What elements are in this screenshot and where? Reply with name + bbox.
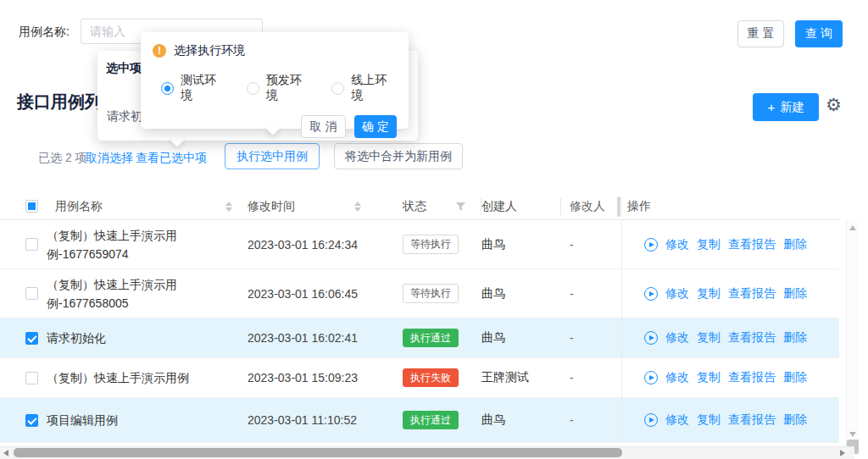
horizontal-scrollbar-thumb[interactable] bbox=[14, 448, 622, 457]
status-badge: 等待执行 bbox=[403, 284, 459, 302]
execute-selected-button[interactable]: 执行选中用例 bbox=[225, 143, 320, 169]
edit-link[interactable]: 修改 bbox=[665, 412, 689, 428]
sort-icon[interactable] bbox=[354, 202, 361, 212]
vertical-scrollbar[interactable] bbox=[846, 220, 859, 445]
case-name: 请求初始化 bbox=[47, 329, 196, 347]
column-divider bbox=[617, 196, 620, 217]
radio-label: 线上环境 bbox=[351, 73, 397, 103]
run-icon[interactable] bbox=[644, 331, 658, 345]
delete-link[interactable]: 删除 bbox=[783, 286, 807, 301]
selected-count: 已选 2 项 bbox=[38, 151, 87, 166]
delete-link[interactable]: 删除 bbox=[783, 330, 807, 346]
modified-time: 2023-03-01 16:02:41 bbox=[246, 318, 398, 357]
modifier: - bbox=[561, 358, 621, 397]
edit-link[interactable]: 修改 bbox=[665, 237, 689, 252]
delete-link[interactable]: 删除 bbox=[783, 412, 807, 428]
radio-selected-icon[interactable] bbox=[161, 82, 174, 95]
radio-label: 测试环境 bbox=[181, 73, 226, 103]
case-name: （复制）快速上手演示用例-1677658005 bbox=[47, 275, 196, 312]
run-icon[interactable] bbox=[644, 238, 658, 252]
api-case-page: 用例名称: 重 置 查 询 接口用例列 + 新建 ⚙ 已选 2 项 取消选择 查… bbox=[0, 0, 868, 459]
status-badge: 执行通过 bbox=[403, 329, 459, 347]
view-report-link[interactable]: 查看报告 bbox=[728, 237, 776, 252]
row-checkbox[interactable] bbox=[25, 238, 38, 251]
status-badge: 等待执行 bbox=[403, 235, 459, 253]
run-icon[interactable] bbox=[644, 371, 658, 384]
radio-staging-env[interactable]: 预发环境 bbox=[247, 73, 312, 103]
copy-link[interactable]: 复制 bbox=[697, 370, 721, 385]
row-checkbox[interactable] bbox=[25, 414, 38, 427]
edit-link[interactable]: 修改 bbox=[665, 286, 689, 301]
merge-selected-button[interactable]: 将选中合并为新用例 bbox=[334, 143, 463, 169]
row-checkbox[interactable] bbox=[25, 287, 38, 300]
status-badge: 执行失败 bbox=[403, 368, 459, 387]
view-report-link[interactable]: 查看报告 bbox=[728, 286, 776, 301]
header-actions: 操作 bbox=[621, 198, 839, 215]
table-row[interactable]: 项目编辑用例 2023-03-01 11:10:52 执行通过 曲鸟 - 修改 … bbox=[0, 398, 839, 443]
creator: 王牌测试 bbox=[481, 358, 561, 397]
status-badge: 执行通过 bbox=[403, 411, 459, 429]
new-button-label: 新建 bbox=[780, 100, 804, 115]
selected-popover-title: 选中项 bbox=[106, 61, 142, 76]
edit-link[interactable]: 修改 bbox=[665, 330, 689, 346]
run-icon[interactable] bbox=[644, 287, 658, 301]
sort-icon[interactable] bbox=[225, 202, 232, 212]
page-title: 接口用例列 bbox=[17, 91, 102, 113]
copy-link[interactable]: 复制 bbox=[697, 237, 721, 252]
radio-prod-env[interactable]: 线上环境 bbox=[331, 73, 397, 103]
scroll-up-icon[interactable] bbox=[849, 225, 856, 230]
radio-test-env[interactable]: 测试环境 bbox=[161, 73, 226, 103]
modifier: - bbox=[561, 398, 621, 442]
copy-link[interactable]: 复制 bbox=[697, 286, 721, 301]
modified-time: 2023-03-01 16:06:45 bbox=[246, 269, 398, 318]
row-checkbox[interactable] bbox=[25, 372, 38, 384]
run-icon[interactable] bbox=[644, 413, 658, 427]
table-row[interactable]: 请求初始化 2023-03-01 16:02:41 执行通过 曲鸟 - 修改 复… bbox=[0, 318, 839, 358]
copy-link[interactable]: 复制 bbox=[697, 330, 721, 346]
scroll-left-icon[interactable] bbox=[3, 450, 8, 456]
case-name: （复制）快速上手演示用例 bbox=[47, 368, 196, 387]
case-name: 项目编辑用例 bbox=[47, 411, 196, 429]
radio-label: 预发环境 bbox=[266, 73, 312, 103]
modified-time: 2023-03-01 11:10:52 bbox=[246, 398, 398, 442]
deselect-link[interactable]: 取消选择 bbox=[86, 151, 133, 166]
radio-icon[interactable] bbox=[247, 82, 259, 95]
modifier: - bbox=[561, 318, 621, 357]
creator: 曲鸟 bbox=[481, 220, 561, 268]
select-all-checkbox[interactable] bbox=[25, 200, 38, 213]
view-report-link[interactable]: 查看报告 bbox=[728, 412, 776, 428]
case-table: 用例名称 修改时间 状态 创建人 修改人 操作 （复制）快速上手演示用例-167… bbox=[0, 193, 839, 443]
header-modifier: 修改人 bbox=[570, 199, 605, 214]
table-row[interactable]: （复制）快速上手演示用例-1677659074 2023-03-01 16:24… bbox=[0, 220, 839, 269]
search-button[interactable]: 查 询 bbox=[795, 20, 843, 47]
env-popover-title: 选择执行环境 bbox=[174, 43, 245, 58]
filter-funnel-icon[interactable] bbox=[456, 202, 465, 211]
creator: 曲鸟 bbox=[481, 318, 561, 357]
warning-icon: ! bbox=[153, 44, 166, 58]
modified-time: 2023-03-01 15:09:23 bbox=[246, 358, 398, 397]
view-report-link[interactable]: 查看报告 bbox=[728, 330, 776, 346]
case-name: （复制）快速上手演示用例-1677659074 bbox=[47, 226, 196, 263]
modifier: - bbox=[561, 269, 621, 318]
edit-link[interactable]: 修改 bbox=[665, 370, 689, 385]
reset-button[interactable]: 重 置 bbox=[737, 20, 784, 47]
header-creator: 创建人 bbox=[481, 198, 561, 215]
header-modified: 修改时间 bbox=[248, 199, 295, 214]
settings-gear-icon[interactable]: ⚙ bbox=[826, 95, 842, 115]
scroll-down-icon[interactable] bbox=[849, 432, 856, 437]
new-case-button[interactable]: + 新建 bbox=[753, 93, 819, 121]
scroll-right-icon[interactable] bbox=[840, 450, 845, 456]
copy-link[interactable]: 复制 bbox=[697, 412, 721, 428]
table-row[interactable]: （复制）快速上手演示用例 2023-03-01 15:09:23 执行失败 王牌… bbox=[0, 358, 839, 398]
view-selected-link[interactable]: 查看已选中项 bbox=[136, 151, 207, 166]
delete-link[interactable]: 删除 bbox=[783, 370, 807, 385]
confirm-button[interactable]: 确 定 bbox=[354, 115, 397, 138]
delete-link[interactable]: 删除 bbox=[783, 237, 807, 252]
cancel-button[interactable]: 取 消 bbox=[301, 115, 346, 138]
selected-popover-item: 请求初 bbox=[107, 109, 142, 124]
row-checkbox[interactable] bbox=[25, 332, 38, 345]
modifier: - bbox=[561, 220, 621, 268]
table-row[interactable]: （复制）快速上手演示用例-1677658005 2023-03-01 16:06… bbox=[0, 269, 839, 318]
radio-icon[interactable] bbox=[331, 82, 344, 95]
view-report-link[interactable]: 查看报告 bbox=[728, 370, 776, 385]
